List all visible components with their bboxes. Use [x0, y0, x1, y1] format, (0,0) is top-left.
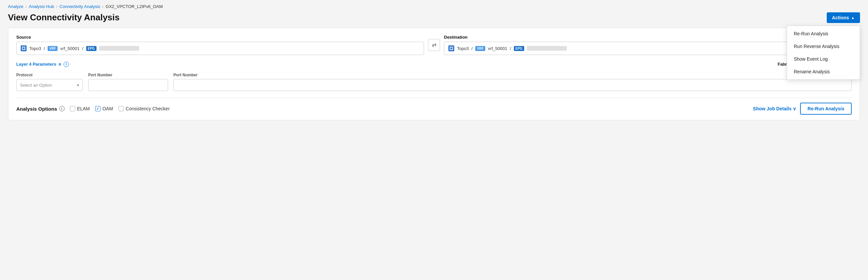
source-port-group: Port Number — [88, 73, 168, 91]
analysis-options-left: Analysis Options i ELAM OAM Consistency … — [16, 106, 170, 112]
elam-checkbox[interactable] — [70, 106, 75, 111]
show-job-button[interactable]: Show Job Details ∨ — [753, 106, 796, 111]
rerun-analysis-button[interactable]: Re-Run Analysis — [800, 103, 852, 115]
source-port-input[interactable] — [88, 79, 168, 91]
elam-label: ELAM — [77, 106, 90, 111]
oam-label: OAM — [102, 106, 113, 111]
source-epg-badge: EPG — [86, 46, 96, 51]
params-row: Protocol Select an Option ▾ Port Number … — [16, 73, 852, 98]
source-vrf-badge: VRF — [48, 46, 58, 51]
dest-sep2: / — [510, 46, 511, 51]
swap-button[interactable]: ⇄ — [428, 39, 440, 51]
dest-topo: Topo3 — [457, 46, 469, 51]
dest-vrf: vrf_50001 — [488, 46, 507, 51]
actions-chevron: ▲ — [851, 16, 855, 20]
dest-epg-value — [527, 46, 567, 51]
source-label: Source — [16, 35, 424, 40]
analysis-options-text: Analysis Options — [16, 106, 57, 112]
layer4-text: Layer 4 Parameters — [16, 62, 56, 67]
breadcrumb-sep-2: › — [56, 4, 57, 9]
oam-checkbox-group: OAM — [95, 106, 113, 111]
dropdown-rerun[interactable]: Re-Run Analysis — [787, 27, 860, 40]
protocol-group: Protocol Select an Option ▾ — [16, 73, 83, 91]
dest-port-group: Port Number — [174, 73, 852, 91]
source-epg-value — [99, 46, 139, 51]
dropdown-rename[interactable]: Rename Analysis — [787, 65, 860, 78]
dest-topo-icon — [448, 45, 454, 51]
actions-dropdown: Re-Run Analysis Run Reverse Analysis Sho… — [787, 26, 860, 80]
analysis-options-label: Analysis Options i — [16, 106, 65, 112]
show-job-label: Show Job Details — [753, 106, 792, 111]
page-wrapper: Analyze › Analysis Hub › Connectivity An… — [0, 0, 868, 120]
breadcrumb-connectivity[interactable]: Connectivity Analysis — [60, 4, 100, 9]
dropdown-reverse[interactable]: Run Reverse Analysis — [787, 40, 860, 53]
layer4-toggle[interactable]: Layer 4 Parameters ∧ i — [16, 62, 69, 67]
svg-point-1 — [23, 47, 25, 49]
swap-icon: ⇄ — [432, 42, 436, 48]
source-group: Source Topo3 / VRF vrf_50001 / EPG — [16, 35, 424, 55]
dest-epg-badge: EPG — [514, 46, 524, 51]
breadcrumb-hub[interactable]: Analysis Hub — [29, 4, 54, 9]
cc-checkbox-group: Consistency Checker — [119, 106, 170, 111]
dest-sep1: / — [471, 46, 473, 51]
svg-point-3 — [450, 47, 452, 49]
source-topo-icon — [21, 45, 27, 51]
dest-port-label: Port Number — [174, 73, 852, 77]
breadcrumb-sep-3: › — [102, 4, 103, 9]
breadcrumb-analyze[interactable]: Analyze — [8, 4, 23, 9]
breadcrumb-sep-1: › — [25, 4, 27, 9]
protocol-select[interactable]: Select an Option ▾ — [16, 79, 83, 91]
source-dest-row: Source Topo3 / VRF vrf_50001 / EPG — [16, 35, 852, 55]
dest-port-input[interactable] — [174, 79, 852, 91]
analysis-footer: Analysis Options i ELAM OAM Consistency … — [16, 98, 852, 120]
source-input[interactable]: Topo3 / VRF vrf_50001 / EPG — [16, 42, 424, 55]
layer4-info-icon[interactable]: i — [64, 62, 69, 67]
cc-label: Consistency Checker — [126, 106, 170, 111]
page-header: View Connectivity Analysis Actions ▲ Re-… — [0, 10, 868, 28]
analysis-options-info-icon[interactable]: i — [59, 106, 65, 111]
actions-label: Actions — [832, 15, 849, 20]
oam-checkbox[interactable] — [95, 106, 100, 111]
footer-right: Show Job Details ∨ Re-Run Analysis — [753, 103, 852, 115]
actions-button[interactable]: Actions ▲ — [827, 12, 860, 23]
page-title: View Connectivity Analysis — [8, 12, 120, 23]
layer4-chevron: ∧ — [58, 62, 62, 67]
protocol-placeholder: Select an Option — [20, 83, 52, 88]
source-sep2: / — [82, 46, 84, 51]
source-sep1: / — [43, 46, 45, 51]
protocol-chevron-icon: ▾ — [77, 83, 79, 88]
main-card: Source Topo3 / VRF vrf_50001 / EPG — [8, 28, 860, 120]
dest-vrf-badge: VRF — [475, 46, 485, 51]
dropdown-event-log[interactable]: Show Event Log — [787, 53, 860, 65]
elam-checkbox-group: ELAM — [70, 106, 90, 111]
show-job-chevron: ∨ — [793, 106, 796, 111]
header-right: Actions ▲ Re-Run Analysis Run Reverse An… — [827, 12, 860, 23]
source-port-label: Port Number — [88, 73, 168, 77]
breadcrumb: Analyze › Analysis Hub › Connectivity An… — [0, 0, 868, 10]
source-vrf: vrf_50001 — [60, 46, 80, 51]
cc-checkbox[interactable] — [119, 106, 124, 111]
protocol-label: Protocol — [16, 73, 83, 77]
source-topo: Topo3 — [29, 46, 41, 51]
breadcrumb-current: GX2_VPCTOR_L2IPv6_OAM — [105, 4, 163, 9]
layer4-row: Layer 4 Parameters ∧ i Fabric Type VXLAN… — [16, 60, 852, 69]
